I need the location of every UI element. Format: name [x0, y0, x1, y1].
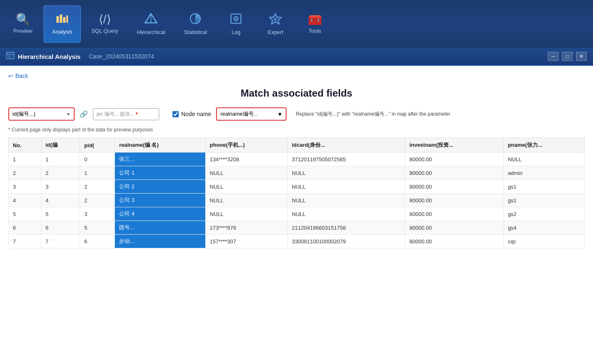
nav-label-expert: Expert — [267, 29, 283, 35]
analysis-icon — [56, 13, 69, 26]
minimize-button[interactable]: ─ — [548, 52, 559, 61]
preview-note: * Current page only displays part of the… — [8, 127, 585, 133]
cell-id: 1 — [41, 153, 80, 166]
cell-invest: 80000.00 — [405, 153, 503, 166]
nav-item-sql-query[interactable]: ⟨/⟩ SQL Query — [83, 5, 126, 43]
svg-point-10 — [235, 18, 237, 19]
pid-required-star: * — [136, 111, 138, 117]
nav-label-sql: SQL Query — [91, 28, 118, 34]
preview-icon: 🔍 — [16, 14, 30, 25]
nav-item-log[interactable]: Log — [217, 5, 255, 43]
nav-label-preview: Preview — [13, 28, 32, 34]
cell-idcard: NULL — [287, 180, 405, 194]
cell-realname: 步动... — [115, 235, 205, 248]
cell-phone: 157****307 — [205, 235, 287, 248]
page-title: Hierarchical Analysis — [18, 53, 80, 60]
cell-realname: 公司 4 — [115, 207, 205, 221]
table-row: 6 6 5 团号... 173****876 21120419660315175… — [9, 221, 585, 235]
cell-phone: 134****3208 — [205, 153, 287, 166]
cell-no: 4 — [9, 194, 41, 207]
cell-pid: 3 — [80, 207, 115, 221]
cell-id: 4 — [41, 194, 80, 207]
maximize-button[interactable]: □ — [562, 52, 573, 61]
title-bar-icon — [6, 52, 15, 61]
cell-no: 2 — [9, 166, 41, 180]
cell-pid: 5 — [80, 221, 115, 235]
nav-label-hierarchical: Hierarchical — [137, 29, 165, 35]
cell-phone: 173****876 — [205, 221, 287, 235]
svg-rect-0 — [56, 16, 59, 23]
table-row: 4 4 2 公司 3 NULL NULL 80000.00 gs1 — [9, 194, 585, 207]
nav-item-statistical[interactable]: Statistical — [176, 5, 216, 43]
title-bar: Hierarchical Analysis Case_2024053115320… — [0, 48, 593, 66]
cell-pname: gs1 — [503, 180, 584, 194]
back-button[interactable]: ↩ Back — [8, 73, 28, 79]
cell-pname: gs1 — [503, 194, 584, 207]
navigation-bar: 🔍 Preview Analysis ⟨/⟩ SQL Query Hierarc… — [0, 0, 593, 48]
col-header-idcard: idcard(身份... — [287, 138, 405, 153]
col-header-phone: phone(手机...) — [205, 138, 287, 153]
cell-id: 3 — [41, 180, 80, 194]
nav-item-analysis[interactable]: Analysis — [44, 5, 81, 43]
node-name-label: Node name — [181, 111, 211, 117]
cell-idcard: NULL — [287, 194, 405, 207]
statistical-icon — [189, 13, 202, 27]
nav-item-expert[interactable]: Expert — [257, 5, 294, 43]
cell-idcard: NULL — [287, 207, 405, 221]
realname-field-value: realname编号... — [220, 110, 258, 118]
table-row: 5 5 3 公司 4 NULL NULL 80000.00 gs2 — [9, 207, 585, 221]
cell-realname: 团号... — [115, 221, 205, 235]
expert-icon — [269, 13, 282, 27]
nav-item-hierarchical[interactable]: Hierarchical — [129, 5, 174, 43]
pid-field[interactable]: pic 编号... 提供... * — [93, 108, 159, 120]
table-header-row: No. id(编 pid( realname(编 名) phone(手机...)… — [9, 138, 585, 153]
close-button[interactable]: ✕ — [576, 52, 587, 61]
cell-no: 3 — [9, 180, 41, 194]
table-row: 2 2 1 公司 1 NULL NULL 80000.00 admin — [9, 166, 585, 180]
id-field-value: id(编号...) — [12, 110, 36, 118]
cell-invest: 80000.00 — [405, 194, 503, 207]
data-table: No. id(编 pid( realname(编 名) phone(手机...)… — [8, 138, 585, 248]
svg-rect-13 — [7, 52, 14, 59]
main-content: ↩ Back Match associated fields id(编号...)… — [0, 66, 593, 364]
tools-icon: 🧰 — [308, 14, 322, 25]
controls-row: id(编号...) ▼ 🔗 pic 编号... 提供... * Node nam… — [8, 107, 585, 121]
node-name-checkbox[interactable] — [173, 111, 179, 117]
id-field-select[interactable]: id(编号...) ▼ — [8, 107, 75, 121]
cell-invest: 80000.00 — [405, 166, 503, 180]
pid-field-value: pic 编号... 提供... — [97, 111, 134, 118]
col-header-pname: pname(张力... — [503, 138, 584, 153]
realname-field-select[interactable]: realname编号... ▼ — [216, 107, 287, 121]
cell-realname: 公司 2 — [115, 180, 205, 194]
sql-query-icon: ⟨/⟩ — [99, 14, 111, 25]
col-header-id: id(编 — [41, 138, 80, 153]
col-header-no: No. — [9, 138, 41, 153]
cell-idcard: 330081100100002079 — [287, 235, 405, 248]
cell-id: 6 — [41, 221, 80, 235]
svg-rect-1 — [60, 15, 62, 23]
cell-phone: NULL — [205, 207, 287, 221]
nav-label-tools: Tools — [309, 28, 321, 34]
cell-idcard: NULL — [287, 166, 405, 180]
cell-id: 2 — [41, 166, 80, 180]
nav-label-analysis: Analysis — [52, 29, 72, 35]
window-controls: ─ □ ✕ — [548, 52, 587, 61]
cell-no: 6 — [9, 221, 41, 235]
cell-realname: 张三... — [115, 153, 205, 166]
cell-pid: 2 — [80, 194, 115, 207]
nav-item-preview[interactable]: 🔍 Preview — [4, 5, 41, 43]
cell-pname: admin — [503, 166, 584, 180]
cell-pid: 1 — [80, 166, 115, 180]
node-name-checkbox-label[interactable]: Node name — [173, 111, 211, 117]
svg-rect-2 — [63, 17, 66, 23]
cell-phone: NULL — [205, 194, 287, 207]
cell-realname: 公司 1 — [115, 166, 205, 180]
table-row: 3 3 2 公司 2 NULL NULL 80000.00 gs1 — [9, 180, 585, 194]
cell-pid: 0 — [80, 153, 115, 166]
svg-rect-3 — [66, 15, 68, 23]
cell-pname: cqc — [503, 235, 584, 248]
nav-item-tools[interactable]: 🧰 Tools — [296, 5, 333, 43]
cell-id: 5 — [41, 207, 80, 221]
cell-pname: gs2 — [503, 207, 584, 221]
cell-no: 5 — [9, 207, 41, 221]
